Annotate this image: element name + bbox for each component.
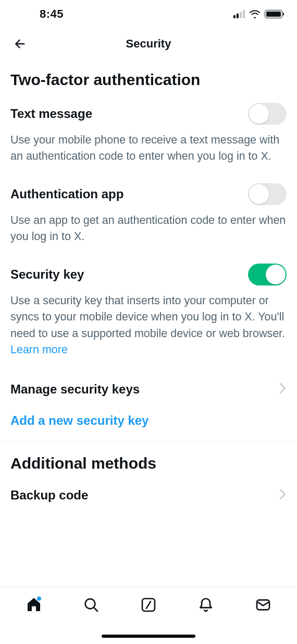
add-security-key-label: Add a new security key: [10, 413, 148, 428]
envelope-icon: [255, 597, 271, 613]
search-icon: [83, 597, 100, 613]
battery-icon: [265, 10, 282, 18]
home-indicator: [102, 635, 195, 638]
svg-line-1: [94, 607, 97, 611]
option-title-auth-app: Authentication app: [10, 187, 123, 201]
back-button[interactable]: [10, 34, 29, 53]
arrow-left-icon: [13, 37, 27, 51]
option-desc-text-message: Use your mobile phone to receive a text …: [10, 132, 287, 164]
cellular-signal-icon: [233, 10, 245, 18]
option-title-text-message: Text message: [10, 106, 92, 121]
tab-search[interactable]: [81, 594, 102, 615]
option-desc-auth-app: Use an app to get an authentication code…: [10, 212, 287, 245]
wifi-icon: [249, 10, 261, 18]
section-heading-additional: Additional methods: [10, 455, 287, 473]
status-time: 8:45: [15, 7, 64, 21]
tab-notifications[interactable]: [195, 594, 216, 615]
option-auth-app: Authentication app Use an app to get an …: [10, 183, 287, 245]
status-bar: 8:45: [0, 0, 297, 28]
compose-icon: [140, 597, 157, 613]
notification-dot: [37, 597, 41, 601]
add-security-key-row[interactable]: Add a new security key: [10, 405, 287, 436]
content-scroll[interactable]: Two-factor authentication Text message U…: [0, 59, 297, 505]
learn-more-link[interactable]: Learn more: [10, 343, 68, 356]
tab-messages[interactable]: [253, 594, 274, 615]
manage-security-keys-row[interactable]: Manage security keys: [10, 374, 287, 405]
manage-security-keys-label: Manage security keys: [10, 382, 140, 397]
toggle-text-message[interactable]: [248, 103, 287, 125]
bell-icon: [197, 597, 214, 613]
section-divider: [0, 442, 297, 442]
option-text-message: Text message Use your mobile phone to re…: [10, 103, 287, 164]
chevron-right-icon: [279, 489, 287, 502]
backup-code-label: Backup code: [10, 488, 88, 503]
option-title-security-key: Security key: [10, 267, 84, 282]
tab-home[interactable]: [23, 594, 44, 615]
backup-code-row[interactable]: Backup code: [10, 480, 287, 505]
toggle-auth-app[interactable]: [248, 183, 287, 205]
status-indicators: [233, 10, 282, 18]
nav-header: Security: [0, 28, 297, 59]
chevron-right-icon: [279, 383, 287, 396]
toggle-security-key[interactable]: [248, 264, 287, 285]
svg-line-3: [146, 601, 151, 608]
tab-bar: [0, 587, 297, 644]
option-security-key: Security key Use a security key that ins…: [10, 264, 287, 358]
tab-compose[interactable]: [138, 594, 159, 615]
section-heading-2fa: Two-factor authentication: [10, 71, 287, 89]
option-desc-security-key: Use a security key that inserts into you…: [10, 293, 287, 358]
page-title: Security: [10, 37, 287, 51]
